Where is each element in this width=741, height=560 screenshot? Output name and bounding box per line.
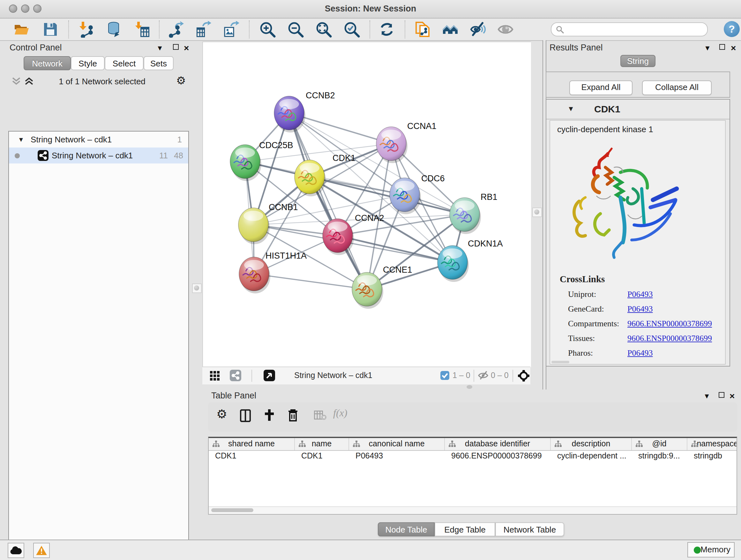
table-cell[interactable]: cyclin-dependent ... — [551, 451, 632, 462]
control-panel-close-icon[interactable]: × — [184, 45, 189, 51]
results-panel-float-icon[interactable] — [719, 44, 725, 50]
table-cell[interactable]: CDK1 — [209, 451, 295, 462]
network-node-RB1[interactable]: RB1 — [450, 192, 497, 234]
network-edge-CCNA2-CDKN1A[interactable] — [338, 236, 453, 262]
column-header-description[interactable]: description — [551, 438, 632, 450]
tab-sets[interactable]: Sets — [144, 56, 174, 70]
column-header-database-identifier[interactable]: database identifier — [445, 438, 551, 450]
tab-edge-table[interactable]: Edge Table — [434, 522, 495, 537]
network-options-gear-icon[interactable]: ⚙ — [176, 74, 186, 87]
export-table-icon[interactable] — [195, 21, 211, 38]
window-zoom-button[interactable] — [33, 4, 42, 13]
export-image-icon[interactable] — [223, 21, 239, 38]
select-columns-icon[interactable] — [240, 409, 251, 422]
tab-network[interactable]: Network — [23, 56, 71, 70]
open-session-icon[interactable] — [13, 21, 30, 38]
expand-all-networks-icon[interactable] — [24, 77, 34, 85]
control-panel-collapse-icon[interactable]: ▼ — [156, 44, 163, 52]
expand-all-button[interactable]: Expand All — [569, 80, 632, 95]
control-panel-title: Control Panel — [10, 43, 62, 52]
network-node-CCNB2[interactable]: CCNB2 — [274, 91, 335, 132]
grid-view-icon[interactable] — [210, 371, 219, 381]
hide-eye-icon[interactable] — [470, 21, 486, 38]
right-splitter-handle[interactable] — [532, 207, 542, 217]
control-panel-float-icon[interactable] — [173, 44, 179, 50]
table-cell[interactable]: stringdb — [687, 451, 737, 462]
network-canvas[interactable]: CCNB2CCNA1CDC25BCDK1CDC6RB1CCNB1CCNA2CDK… — [202, 42, 531, 367]
zoom-out-icon[interactable] — [287, 21, 304, 38]
column-header-namespace[interactable]: namespace — [687, 438, 737, 450]
network-node-CCNA1[interactable]: CCNA1 — [376, 121, 436, 163]
import-database-icon[interactable] — [105, 21, 122, 38]
home-icon[interactable] — [442, 21, 459, 38]
tab-network-table[interactable]: Network Table — [495, 522, 564, 537]
column-header-name[interactable]: name — [295, 438, 349, 450]
network-edge-CCNB2-CCNE1[interactable] — [289, 113, 367, 289]
refresh-icon[interactable] — [379, 21, 395, 38]
results-panel-close-icon[interactable]: × — [731, 45, 736, 51]
add-column-icon[interactable] — [264, 409, 274, 422]
table-panel-collapse-icon[interactable]: ▼ — [703, 392, 711, 400]
table-cell[interactable]: P06493 — [349, 451, 445, 462]
save-session-icon[interactable] — [42, 21, 59, 38]
table-panel-float-icon[interactable] — [719, 392, 724, 398]
entry-collapse-icon[interactable]: ▼ — [567, 105, 575, 112]
search-input[interactable] — [551, 22, 708, 37]
cloud-status-button[interactable] — [8, 543, 24, 558]
crosslink-genecard-link[interactable]: P06493 — [627, 304, 653, 314]
collapse-all-button[interactable]: Collapse All — [642, 80, 712, 95]
tab-string-results[interactable]: String — [620, 55, 656, 67]
show-eye-icon[interactable] — [497, 21, 514, 38]
network-collection-row[interactable]: ▼ String Network – cdk1 1 — [9, 132, 188, 147]
open-view-icon[interactable] — [264, 370, 275, 381]
column-header--id[interactable]: @id — [632, 438, 687, 450]
import-network-icon[interactable] — [78, 21, 94, 38]
network-node-CCNE1[interactable]: CCNE1 — [352, 265, 412, 309]
network-edge-HIST1H1A-CCNE1[interactable] — [254, 274, 367, 289]
window-close-button[interactable] — [9, 4, 17, 13]
zoom-selected-icon[interactable] — [343, 21, 360, 38]
tab-style[interactable]: Style — [71, 56, 105, 70]
string-view-icon[interactable] — [230, 370, 241, 381]
window-minimize-button[interactable] — [21, 4, 29, 13]
results-entry-header[interactable]: ▼ CDK1 — [546, 100, 730, 119]
help-icon[interactable]: ? — [724, 21, 740, 37]
column-header-canonical-name[interactable]: canonical name — [349, 438, 445, 450]
table-row[interactable]: CDK1CDK1P064939606.ENSP00000378699cyclin… — [209, 451, 737, 462]
network-node-CDKN1A[interactable]: CDKN1A — [437, 239, 503, 282]
node-label-CCNE1: CCNE1 — [383, 265, 412, 274]
card-hscroll-thumb[interactable] — [551, 361, 569, 363]
zoom-fit-icon[interactable] — [315, 21, 332, 38]
table-hscroll-thumb[interactable] — [211, 508, 253, 512]
tab-node-table[interactable]: Node Table — [378, 522, 434, 537]
crosslink-pharos-link[interactable]: P06493 — [627, 348, 653, 358]
import-table-icon[interactable] — [134, 21, 151, 38]
results-panel-collapse-icon[interactable]: ▼ — [704, 44, 711, 52]
zoom-in-icon[interactable] — [259, 21, 276, 38]
table-panel-close-icon[interactable]: × — [730, 393, 735, 399]
crosslink-tissues-link[interactable]: 9606.ENSP00000378699 — [627, 333, 712, 343]
left-splitter-handle[interactable] — [192, 284, 202, 293]
table-cell[interactable]: CDK1 — [295, 451, 349, 462]
warning-status-button[interactable] — [33, 543, 50, 558]
collection-expander-icon[interactable]: ▼ — [18, 132, 24, 147]
table-gear-icon[interactable]: ⚙ — [216, 407, 227, 422]
table-cell[interactable]: stringdb:9... — [632, 451, 687, 462]
network-row-selected[interactable]: String Network – cdk1 11 48 — [9, 147, 188, 164]
birds-eye-crosshair-icon[interactable] — [518, 370, 530, 382]
tab-select[interactable]: Select — [105, 56, 144, 70]
column-header-shared-name[interactable]: shared name — [209, 438, 295, 450]
export-network-icon[interactable] — [167, 21, 184, 38]
delete-column-trash-icon[interactable] — [288, 409, 298, 422]
crosslink-compartments-link[interactable]: 9606.ENSP00000378699 — [627, 319, 712, 328]
network-node-HIST1H1A[interactable]: HIST1H1A — [239, 251, 307, 294]
node-label-CCNA1: CCNA1 — [407, 121, 436, 131]
table-cell[interactable]: 9606.ENSP00000378699 — [445, 451, 551, 462]
memory-button[interactable]: Memory — [687, 542, 735, 557]
selected-checkbox-icon[interactable] — [441, 371, 449, 380]
crosslink-uniprot-link[interactable]: P06493 — [627, 289, 653, 299]
clone-network-icon[interactable] — [414, 21, 431, 38]
table-hscrollbar[interactable] — [209, 506, 737, 514]
collapse-all-networks-icon[interactable] — [11, 77, 21, 85]
delete-table-icon — [314, 411, 327, 420]
